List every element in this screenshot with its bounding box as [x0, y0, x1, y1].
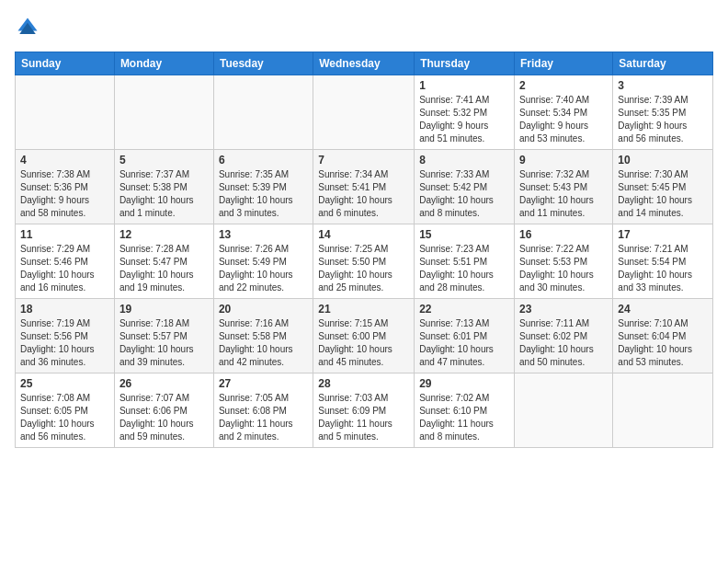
calendar-cell: 11Sunrise: 7:29 AM Sunset: 5:46 PM Dayli… [16, 224, 115, 299]
calendar-cell [16, 75, 115, 150]
calendar-cell [213, 75, 313, 150]
day-number: 18 [20, 303, 109, 316]
calendar-cell: 20Sunrise: 7:16 AM Sunset: 5:58 PM Dayli… [213, 299, 313, 373]
day-number: 5 [119, 154, 209, 167]
day-number: 10 [618, 154, 708, 167]
calendar-cell: 29Sunrise: 7:02 AM Sunset: 6:10 PM Dayli… [415, 373, 515, 448]
calendar-week-2: 4Sunrise: 7:38 AM Sunset: 5:36 PM Daylig… [16, 150, 713, 224]
calendar-cell: 8Sunrise: 7:33 AM Sunset: 5:42 PM Daylig… [415, 150, 515, 224]
day-number: 22 [419, 303, 509, 316]
calendar-cell: 2Sunrise: 7:40 AM Sunset: 5:34 PM Daylig… [515, 75, 613, 150]
day-number: 21 [318, 303, 409, 316]
day-number: 29 [419, 377, 509, 390]
day-number: 4 [20, 154, 109, 167]
calendar-week-1: 1Sunrise: 7:41 AM Sunset: 5:32 PM Daylig… [16, 75, 713, 150]
col-header-friday: Friday [515, 52, 613, 75]
day-info: Sunrise: 7:08 AM Sunset: 6:05 PM Dayligh… [20, 392, 109, 443]
calendar-cell: 28Sunrise: 7:03 AM Sunset: 6:09 PM Dayli… [313, 373, 415, 448]
day-info: Sunrise: 7:02 AM Sunset: 6:10 PM Dayligh… [419, 392, 509, 443]
calendar-cell: 7Sunrise: 7:34 AM Sunset: 5:41 PM Daylig… [313, 150, 415, 224]
day-info: Sunrise: 7:39 AM Sunset: 5:35 PM Dayligh… [618, 94, 708, 145]
calendar-week-5: 25Sunrise: 7:08 AM Sunset: 6:05 PM Dayli… [16, 373, 713, 448]
calendar-cell: 15Sunrise: 7:23 AM Sunset: 5:51 PM Dayli… [415, 224, 515, 299]
day-info: Sunrise: 7:26 AM Sunset: 5:49 PM Dayligh… [219, 243, 308, 294]
calendar-cell: 17Sunrise: 7:21 AM Sunset: 5:54 PM Dayli… [613, 224, 713, 299]
col-header-saturday: Saturday [613, 52, 713, 75]
day-info: Sunrise: 7:19 AM Sunset: 5:56 PM Dayligh… [20, 317, 109, 369]
calendar-cell: 26Sunrise: 7:07 AM Sunset: 6:06 PM Dayli… [114, 373, 213, 448]
day-info: Sunrise: 7:41 AM Sunset: 5:32 PM Dayligh… [419, 94, 509, 145]
calendar-cell [613, 373, 713, 448]
calendar-cell: 3Sunrise: 7:39 AM Sunset: 5:35 PM Daylig… [613, 75, 713, 150]
day-number: 16 [519, 228, 608, 241]
day-info: Sunrise: 7:35 AM Sunset: 5:39 PM Dayligh… [219, 168, 308, 220]
calendar-cell: 24Sunrise: 7:10 AM Sunset: 6:04 PM Dayli… [613, 299, 713, 373]
day-number: 25 [20, 377, 109, 390]
day-info: Sunrise: 7:18 AM Sunset: 5:57 PM Dayligh… [119, 317, 209, 369]
calendar-cell: 5Sunrise: 7:37 AM Sunset: 5:38 PM Daylig… [114, 150, 213, 224]
calendar-cell: 9Sunrise: 7:32 AM Sunset: 5:43 PM Daylig… [515, 150, 613, 224]
day-info: Sunrise: 7:38 AM Sunset: 5:36 PM Dayligh… [20, 168, 109, 220]
day-number: 6 [219, 154, 308, 167]
calendar-cell: 22Sunrise: 7:13 AM Sunset: 6:01 PM Dayli… [415, 299, 515, 373]
day-number: 20 [219, 303, 308, 316]
day-number: 8 [419, 154, 509, 167]
calendar-cell: 18Sunrise: 7:19 AM Sunset: 5:56 PM Dayli… [16, 299, 115, 373]
calendar-cell: 16Sunrise: 7:22 AM Sunset: 5:53 PM Dayli… [515, 224, 613, 299]
col-header-thursday: Thursday [415, 52, 515, 75]
logo-icon [15, 15, 40, 40]
day-info: Sunrise: 7:13 AM Sunset: 6:01 PM Dayligh… [419, 317, 509, 369]
day-number: 26 [119, 377, 209, 390]
day-info: Sunrise: 7:22 AM Sunset: 5:53 PM Dayligh… [519, 243, 608, 294]
day-number: 7 [318, 154, 409, 167]
calendar-cell: 19Sunrise: 7:18 AM Sunset: 5:57 PM Dayli… [114, 299, 213, 373]
day-info: Sunrise: 7:32 AM Sunset: 5:43 PM Dayligh… [519, 168, 608, 220]
day-number: 24 [618, 303, 708, 316]
day-info: Sunrise: 7:37 AM Sunset: 5:38 PM Dayligh… [119, 168, 209, 220]
calendar-cell [114, 75, 213, 150]
day-info: Sunrise: 7:07 AM Sunset: 6:06 PM Dayligh… [119, 392, 209, 443]
day-info: Sunrise: 7:33 AM Sunset: 5:42 PM Dayligh… [419, 168, 509, 220]
day-number: 28 [318, 377, 409, 390]
calendar-cell: 13Sunrise: 7:26 AM Sunset: 5:49 PM Dayli… [213, 224, 313, 299]
calendar-cell: 6Sunrise: 7:35 AM Sunset: 5:39 PM Daylig… [213, 150, 313, 224]
header [15, 15, 713, 40]
day-number: 23 [519, 303, 608, 316]
day-number: 27 [219, 377, 308, 390]
calendar-cell: 10Sunrise: 7:30 AM Sunset: 5:45 PM Dayli… [613, 150, 713, 224]
day-number: 13 [219, 228, 308, 241]
day-number: 9 [519, 154, 608, 167]
calendar-cell: 12Sunrise: 7:28 AM Sunset: 5:47 PM Dayli… [114, 224, 213, 299]
calendar-header-row: SundayMondayTuesdayWednesdayThursdayFrid… [16, 52, 713, 75]
day-info: Sunrise: 7:40 AM Sunset: 5:34 PM Dayligh… [519, 94, 608, 145]
calendar-cell: 1Sunrise: 7:41 AM Sunset: 5:32 PM Daylig… [415, 75, 515, 150]
day-info: Sunrise: 7:05 AM Sunset: 6:08 PM Dayligh… [219, 392, 308, 443]
day-info: Sunrise: 7:21 AM Sunset: 5:54 PM Dayligh… [618, 243, 708, 294]
day-info: Sunrise: 7:15 AM Sunset: 6:00 PM Dayligh… [318, 317, 409, 369]
day-info: Sunrise: 7:23 AM Sunset: 5:51 PM Dayligh… [419, 243, 509, 294]
calendar-cell: 4Sunrise: 7:38 AM Sunset: 5:36 PM Daylig… [16, 150, 115, 224]
calendar-cell: 14Sunrise: 7:25 AM Sunset: 5:50 PM Dayli… [313, 224, 415, 299]
calendar: SundayMondayTuesdayWednesdayThursdayFrid… [15, 52, 713, 448]
day-info: Sunrise: 7:03 AM Sunset: 6:09 PM Dayligh… [318, 392, 409, 443]
day-number: 14 [318, 228, 409, 241]
logo [15, 15, 44, 40]
day-info: Sunrise: 7:34 AM Sunset: 5:41 PM Dayligh… [318, 168, 409, 220]
day-info: Sunrise: 7:29 AM Sunset: 5:46 PM Dayligh… [20, 243, 109, 294]
calendar-cell [515, 373, 613, 448]
calendar-week-3: 11Sunrise: 7:29 AM Sunset: 5:46 PM Dayli… [16, 224, 713, 299]
day-number: 17 [618, 228, 708, 241]
day-number: 3 [618, 79, 708, 92]
day-info: Sunrise: 7:11 AM Sunset: 6:02 PM Dayligh… [519, 317, 608, 369]
col-header-sunday: Sunday [16, 52, 115, 75]
col-header-tuesday: Tuesday [213, 52, 313, 75]
day-info: Sunrise: 7:28 AM Sunset: 5:47 PM Dayligh… [119, 243, 209, 294]
calendar-cell: 23Sunrise: 7:11 AM Sunset: 6:02 PM Dayli… [515, 299, 613, 373]
calendar-week-4: 18Sunrise: 7:19 AM Sunset: 5:56 PM Dayli… [16, 299, 713, 373]
day-number: 2 [519, 79, 608, 92]
calendar-cell: 25Sunrise: 7:08 AM Sunset: 6:05 PM Dayli… [16, 373, 115, 448]
day-number: 15 [419, 228, 509, 241]
col-header-monday: Monday [114, 52, 213, 75]
day-number: 11 [20, 228, 109, 241]
day-info: Sunrise: 7:25 AM Sunset: 5:50 PM Dayligh… [318, 243, 409, 294]
